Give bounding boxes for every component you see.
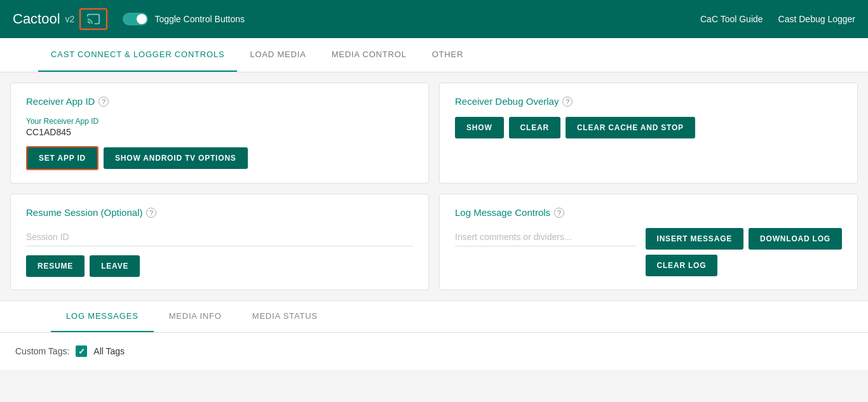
- receiver-debug-buttons: SHOW CLEAR CLEAR CACHE AND STOP: [455, 117, 842, 138]
- receiver-app-card: Receiver App ID ? Your Receiver App ID C…: [10, 83, 429, 184]
- log-msg-controls: INSERT MESSAGE DOWNLOAD LOG CLEAR LOG: [455, 228, 842, 276]
- receiver-app-input-value: CC1AD845: [26, 127, 413, 137]
- cac-tool-guide-link[interactable]: CaC Tool Guide: [700, 14, 763, 24]
- session-id-input[interactable]: [26, 228, 413, 246]
- tab-log-messages[interactable]: LOG MESSAGES: [51, 301, 154, 332]
- resume-session-title: Resume Session (Optional) ?: [26, 207, 413, 218]
- custom-tags-row: Custom Tags: All Tags: [15, 345, 853, 357]
- insert-message-button[interactable]: INSERT MESSAGE: [646, 228, 744, 250]
- main-content: Receiver App ID ? Your Receiver App ID C…: [0, 72, 868, 290]
- resume-session-card: Resume Session (Optional) ? RESUME LEAVE: [10, 194, 429, 290]
- toggle-area: Toggle Control Buttons: [123, 13, 245, 25]
- all-tags-checkbox[interactable]: [76, 345, 87, 357]
- receiver-app-buttons: SET APP ID SHOW ANDROID TV OPTIONS: [26, 146, 413, 170]
- all-tags-label: All Tags: [93, 346, 125, 356]
- tab-media-control[interactable]: MEDIA CONTROL: [319, 38, 419, 72]
- custom-tags-label: Custom Tags:: [15, 346, 69, 356]
- tab-cast-connect[interactable]: CAST CONNECT & LOGGER CONTROLS: [38, 38, 237, 72]
- log-message-title: Log Message Controls ?: [455, 207, 842, 218]
- log-comment-input[interactable]: [455, 228, 635, 246]
- logo-text: Cactool: [13, 11, 60, 27]
- receiver-debug-card: Receiver Debug Overlay ? SHOW CLEAR CLEA…: [439, 83, 858, 184]
- receiver-debug-title: Receiver Debug Overlay ?: [455, 96, 842, 107]
- set-app-id-button[interactable]: SET APP ID: [26, 146, 98, 170]
- cast-debug-logger-link[interactable]: Cast Debug Logger: [778, 14, 855, 24]
- clear-log-button[interactable]: CLEAR LOG: [646, 255, 718, 276]
- resume-session-buttons: RESUME LEAVE: [26, 255, 413, 277]
- cards-row-1: Receiver App ID ? Your Receiver App ID C…: [10, 83, 858, 184]
- show-android-tv-button[interactable]: SHOW ANDROID TV OPTIONS: [104, 147, 248, 169]
- receiver-app-help-icon[interactable]: ?: [98, 97, 109, 107]
- tab-other[interactable]: OTHER: [419, 38, 477, 72]
- receiver-debug-help-icon[interactable]: ?: [562, 97, 573, 107]
- tab-media-info[interactable]: MEDIA INFO: [154, 301, 237, 332]
- bottom-tabs: LOG MESSAGES MEDIA INFO MEDIA STATUS: [0, 301, 868, 333]
- log-top-buttons: INSERT MESSAGE DOWNLOAD LOG: [646, 228, 842, 250]
- cast-icon: [85, 12, 102, 26]
- resume-button[interactable]: RESUME: [26, 255, 85, 277]
- cards-row-2: Resume Session (Optional) ? RESUME LEAVE…: [10, 194, 858, 290]
- main-tabs: CAST CONNECT & LOGGER CONTROLS LOAD MEDI…: [0, 38, 868, 72]
- log-buttons-col: INSERT MESSAGE DOWNLOAD LOG CLEAR LOG: [646, 228, 842, 276]
- tab-load-media[interactable]: LOAD MEDIA: [237, 38, 318, 72]
- receiver-app-title: Receiver App ID ?: [26, 96, 413, 107]
- leave-button[interactable]: LEAVE: [90, 255, 140, 277]
- toggle-switch[interactable]: [123, 13, 148, 25]
- clear-cache-stop-button[interactable]: CLEAR CACHE AND STOP: [566, 117, 695, 138]
- header-nav: CaC Tool Guide Cast Debug Logger: [700, 14, 855, 24]
- cast-icon-box[interactable]: [79, 8, 107, 30]
- resume-session-help-icon[interactable]: ?: [146, 208, 156, 218]
- log-message-help-icon[interactable]: ?: [554, 208, 564, 218]
- download-log-button[interactable]: DOWNLOAD LOG: [749, 228, 842, 250]
- log-message-card: Log Message Controls ? INSERT MESSAGE DO…: [439, 194, 858, 290]
- header: Cactool v2 Toggle Control Buttons CaC To…: [0, 0, 868, 38]
- toggle-label: Toggle Control Buttons: [154, 14, 245, 24]
- clear-debug-button[interactable]: CLEAR: [509, 117, 560, 138]
- bottom-content: Custom Tags: All Tags: [0, 333, 868, 370]
- bottom-section: LOG MESSAGES MEDIA INFO MEDIA STATUS Cus…: [0, 300, 868, 370]
- logo-area: Cactool v2: [13, 8, 107, 30]
- logo-version: v2: [65, 14, 75, 24]
- receiver-app-input-label: Your Receiver App ID: [26, 117, 413, 126]
- log-input-area: [455, 228, 635, 246]
- tab-media-status[interactable]: MEDIA STATUS: [237, 301, 333, 332]
- show-debug-button[interactable]: SHOW: [455, 117, 504, 138]
